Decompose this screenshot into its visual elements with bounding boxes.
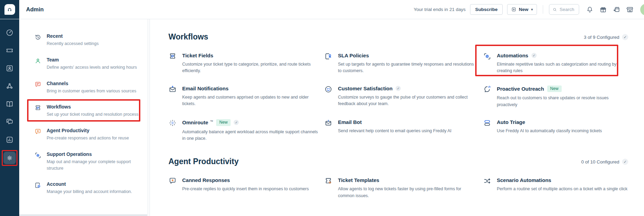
tickets-icon[interactable]: [5, 46, 14, 55]
sidebar-item-description: Bring in customer queries from various s…: [47, 88, 136, 94]
contacts-icon[interactable]: [5, 64, 14, 72]
card-auto-triage[interactable]: Auto Triage Use Freddy AI to automatical…: [483, 119, 628, 142]
sidebar-item-label: Recent: [47, 33, 98, 39]
card-canned-responses[interactable]: Canned Responses Pre-create replies to q…: [168, 177, 324, 199]
workflows-icon: [34, 104, 42, 112]
sidebar-item-support-operations[interactable]: Support Operations Map out and manage yo…: [34, 151, 150, 172]
card-description: Customize surveys to gauge the pulse of …: [338, 94, 476, 107]
sidebar-item-team[interactable]: Team Define agents' access levels and wo…: [34, 57, 150, 71]
card-customer-satisfaction[interactable]: Customer Satisfaction ✓ Customize survey…: [324, 86, 483, 108]
bell-icon[interactable]: [586, 6, 594, 13]
configured-check-icon: ✓: [234, 120, 239, 125]
configured-status: 3 of 9 Configured ✓: [584, 34, 628, 42]
section-title: Agent Productivity: [168, 157, 238, 166]
new-button[interactable]: New ▾: [507, 4, 537, 15]
card-description: Automatically balance agent workload acr…: [182, 129, 320, 142]
card-scenario-automations[interactable]: Scenario Automations Perform a routine s…: [483, 177, 628, 199]
sidebar-item-label: Channels: [47, 81, 136, 86]
social-icon[interactable]: [5, 82, 14, 90]
analytics-icon[interactable]: [5, 136, 14, 144]
card-description: Keep agents and customers apprised on up…: [182, 94, 320, 107]
card-description: Eliminate repetitive tasks such as categ…: [497, 61, 628, 75]
solutions-icon[interactable]: [5, 100, 14, 108]
sidebar-item-agent-productivity[interactable]: Agent Productivity Pre-create responses …: [34, 128, 150, 141]
email-notifications-icon: [168, 85, 177, 93]
dashboard-icon[interactable]: [5, 29, 14, 37]
new-badge: New: [216, 119, 231, 126]
search-box[interactable]: [549, 4, 579, 15]
sidebar-item-label: Agent Productivity: [47, 128, 129, 133]
scenario-automations-icon: [483, 177, 491, 185]
sidebar-item-account[interactable]: Account Manage your billing and account …: [34, 181, 150, 195]
topbar-icons: [586, 6, 634, 13]
admin-page: Admin Your trial ends in 21 days Subscri…: [0, 0, 644, 216]
day-pass-icon[interactable]: [613, 6, 620, 13]
sla-policies-icon: [324, 52, 332, 60]
history-icon: [34, 34, 42, 41]
left-nav-rail: [0, 19, 19, 216]
sidebar-item-label: Account: [47, 181, 132, 187]
sidebar-item-description: Manage your billing and account informat…: [47, 189, 132, 195]
topbar-divider: [543, 5, 543, 14]
ticket-templates-icon: [324, 177, 332, 185]
marketplace-icon[interactable]: [626, 6, 634, 13]
sidebar-item-label: Team: [47, 57, 137, 62]
search-input[interactable]: [560, 7, 576, 12]
sidebar-item-description: Recently accessed settings: [47, 41, 98, 47]
page-title: Admin: [26, 6, 44, 13]
trademark-mark: ™: [210, 120, 213, 123]
card-description: Send relevant help content to email quer…: [338, 128, 452, 134]
card-title: SLA Policies: [338, 53, 369, 58]
configured-count: 3 of 9 Configured: [584, 35, 619, 40]
omniroute-icon: [168, 119, 177, 127]
card-sla-policies[interactable]: SLA Policies Set up targets for agents t…: [324, 53, 483, 75]
sidebar-item-label: Support Operations: [47, 151, 133, 157]
sidebar-item-workflows[interactable]: Workflows Set up your ticket routing and…: [34, 104, 150, 118]
customer-satisfaction-icon: [324, 85, 332, 93]
avatar[interactable]: [640, 4, 644, 15]
card-title: Proactive Outreach: [497, 86, 544, 92]
section-title: Workflows: [168, 32, 208, 42]
email-bot-icon: [324, 119, 332, 127]
freshdesk-logo[interactable]: [0, 0, 19, 19]
card-title: Email Bot: [338, 119, 362, 125]
card-description: Use Freddy AI to automatically classify …: [497, 128, 602, 134]
card-omniroute[interactable]: Omniroute ™ New ✓ Automatically balance …: [168, 119, 324, 142]
card-title: Omniroute: [182, 120, 208, 125]
freshdesk-logo-icon: [4, 4, 15, 15]
card-description: Set up targets for agents to guarantee t…: [338, 61, 476, 75]
card-proactive-outreach[interactable]: Proactive Outreach New Reach out to cust…: [483, 86, 628, 108]
sidebar-item-recent[interactable]: Recent Recently accessed settings: [34, 33, 150, 47]
channels-icon: [34, 81, 42, 88]
ticket-fields-icon: [168, 52, 177, 60]
admin-gear-icon[interactable]: [3, 152, 16, 164]
check-circle-icon: ✓: [622, 159, 628, 165]
section-header-agent-productivity: Agent Productivity 0 of 10 Configured ✓: [168, 157, 628, 166]
main-content: Workflows 3 of 9 Configured ✓ Ticket Fie…: [150, 19, 644, 216]
card-title: Customer Satisfaction: [338, 86, 393, 91]
card-description: Allow agents to log new tickets faster b…: [338, 186, 476, 199]
canned-responses-icon: [168, 177, 177, 185]
sidebar-item-channels[interactable]: Channels Bring in customer queries from …: [34, 81, 150, 94]
new-button-label: New: [519, 7, 528, 12]
subscribe-button[interactable]: Subscribe: [470, 4, 503, 15]
card-description: Reach out to customers to share updates …: [497, 95, 628, 108]
card-title: Auto Triage: [497, 119, 525, 125]
card-title: Automations: [497, 53, 528, 58]
chevron-down-icon: ▾: [531, 8, 533, 11]
gift-icon[interactable]: [599, 6, 607, 13]
card-email-notifications[interactable]: Email Notifications Keep agents and cust…: [168, 86, 324, 108]
trial-banner: Your trial ends in 21 days: [414, 7, 466, 12]
sidebar-scrollbar-vertical[interactable]: [147, 19, 150, 216]
configured-check-icon: ✓: [396, 86, 401, 91]
auto-triage-icon: [483, 119, 491, 127]
card-ticket-templates[interactable]: Ticket Templates Allow agents to log new…: [324, 177, 483, 199]
sidebar-scrollbar-horizontal[interactable]: [19, 214, 147, 216]
sidebar-item-label: Workflows: [47, 104, 139, 110]
team-icon: [34, 57, 42, 65]
card-email-bot[interactable]: Email Bot Send relevant help content to …: [324, 119, 483, 142]
card-description: Pre-create replies to quickly insert the…: [182, 186, 309, 192]
forums-icon[interactable]: [5, 118, 14, 126]
card-automations[interactable]: Automations ✓ Eliminate repetitive tasks…: [483, 53, 628, 75]
card-ticket-fields[interactable]: Ticket Fields Customize your ticket type…: [168, 53, 324, 75]
